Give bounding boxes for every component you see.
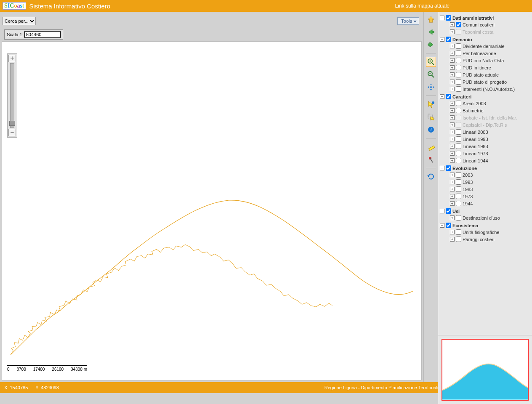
layer-group-checkbox[interactable] (446, 37, 451, 42)
expand-icon[interactable]: + (450, 151, 455, 156)
layer-group[interactable]: − Demanio (440, 36, 530, 43)
layer-item[interactable]: + Lineari 1993 (450, 136, 530, 143)
layer-item[interactable]: + Interventi (N.O./Autorizz.) (450, 85, 530, 93)
ruler-icon[interactable] (426, 142, 436, 152)
layer-checkbox[interactable] (456, 229, 461, 235)
expand-icon[interactable]: + (450, 72, 455, 77)
layer-checkbox[interactable] (456, 72, 461, 77)
layer-item[interactable]: + Batimetrie (450, 107, 530, 114)
layer-group-checkbox[interactable] (446, 94, 451, 99)
layer-checkbox[interactable] (456, 86, 461, 92)
collapse-icon[interactable]: − (440, 166, 444, 170)
expand-icon[interactable]: + (450, 115, 455, 120)
layer-checkbox[interactable] (456, 201, 461, 206)
layer-checkbox[interactable] (456, 101, 461, 106)
select-box-icon[interactable] (426, 112, 436, 122)
expand-icon[interactable]: + (450, 130, 455, 134)
expand-icon[interactable]: + (450, 87, 455, 91)
expand-icon[interactable]: + (450, 44, 455, 48)
layer-group[interactable]: − Ecosistema (440, 222, 530, 229)
expand-icon[interactable]: + (450, 158, 455, 163)
expand-icon[interactable]: + (450, 180, 455, 184)
expand-icon[interactable]: + (450, 144, 455, 149)
layer-checkbox[interactable] (456, 172, 461, 178)
search-select[interactable]: Cerca per... (3, 17, 36, 25)
layer-group-checkbox[interactable] (446, 165, 451, 171)
collapse-icon[interactable]: − (440, 37, 444, 42)
zoom-out-button[interactable]: − (8, 129, 16, 136)
layer-group[interactable]: − Usi (440, 208, 530, 214)
zoom-track[interactable] (10, 63, 14, 128)
overview-extent[interactable] (442, 339, 529, 401)
layer-item[interactable]: + 2003 (450, 171, 530, 178)
expand-icon[interactable]: + (450, 187, 455, 191)
layer-item[interactable]: + PUD con Nulla Osta (450, 57, 530, 64)
collapse-icon[interactable]: − (440, 223, 444, 228)
expand-icon[interactable]: + (450, 215, 455, 220)
scale-input[interactable] (24, 31, 61, 38)
collapse-icon[interactable]: − (440, 16, 444, 20)
layer-checkbox[interactable] (456, 50, 461, 56)
zoom-in-icon[interactable] (426, 57, 436, 67)
layer-item[interactable]: + Lineari 1983 (450, 143, 530, 150)
layer-group[interactable]: − Dati amministrativi (440, 15, 530, 21)
layer-checkbox[interactable] (456, 22, 461, 27)
arrow-left-icon[interactable] (426, 27, 436, 37)
expand-icon[interactable]: + (450, 122, 455, 127)
layer-checkbox[interactable] (456, 65, 461, 70)
collapse-icon[interactable]: − (440, 209, 444, 213)
layer-checkbox[interactable] (456, 179, 461, 185)
expand-icon[interactable]: + (450, 201, 455, 206)
layer-item[interactable]: + PUD stato attuale (450, 71, 530, 78)
layer-group-checkbox[interactable] (446, 15, 451, 21)
arrow-right-icon[interactable] (426, 40, 436, 50)
permalink-link[interactable]: Link sulla mappa attuale (395, 3, 450, 9)
layer-checkbox[interactable] (456, 43, 461, 49)
layer-checkbox[interactable] (456, 237, 461, 242)
layer-item[interactable]: + Per balneazione (450, 50, 530, 57)
layer-group[interactable]: − Evoluzione (440, 165, 530, 171)
expand-icon[interactable]: + (450, 101, 455, 106)
layer-checkbox[interactable] (456, 29, 461, 35)
zoom-handle[interactable] (9, 121, 15, 126)
expand-icon[interactable]: + (450, 194, 455, 199)
layer-checkbox[interactable] (456, 158, 461, 163)
layer-item[interactable]: + Isobate - Ist. Idr. della Mar. (450, 114, 530, 121)
zoom-out-icon[interactable] (426, 69, 436, 80)
layer-checkbox[interactable] (456, 151, 461, 156)
info-icon[interactable]: i (426, 125, 436, 135)
layer-item[interactable]: + Lineari 1973 (450, 150, 530, 157)
tools-dropdown[interactable]: Tools (397, 17, 419, 25)
layer-checkbox[interactable] (456, 215, 461, 221)
layer-item[interactable]: + 1983 (450, 186, 530, 193)
expand-icon[interactable]: + (450, 108, 455, 113)
layer-group[interactable]: − Caratteri (440, 93, 530, 100)
layer-checkbox[interactable] (456, 129, 461, 135)
layer-checkbox[interactable] (456, 108, 461, 113)
layer-checkbox[interactable] (456, 58, 461, 63)
layer-checkbox[interactable] (456, 115, 461, 120)
layer-item[interactable]: + PUD in itinere (450, 64, 530, 71)
layer-group-checkbox[interactable] (446, 208, 451, 214)
home-icon[interactable] (426, 14, 436, 24)
pan-icon[interactable] (426, 82, 436, 92)
layer-item[interactable]: + Paraggi costieri (450, 236, 530, 243)
layer-group-checkbox[interactable] (446, 223, 451, 228)
layer-item[interactable]: + Unità fisiografiche (450, 229, 530, 236)
refresh-icon[interactable] (426, 172, 436, 182)
layer-item[interactable]: + 1993 (450, 178, 530, 186)
layer-item[interactable]: + Comuni costieri (450, 21, 530, 28)
layer-item[interactable]: + Capisaldi - Dip.Te.Ris (450, 121, 530, 128)
expand-icon[interactable]: + (450, 22, 455, 27)
layer-item[interactable]: + Areali 2003 (450, 100, 530, 107)
zoom-slider[interactable]: + − (7, 53, 17, 138)
zoom-in-button[interactable]: + (8, 55, 16, 62)
layer-item[interactable]: + Toponimi costa (450, 28, 530, 35)
expand-icon[interactable]: + (450, 51, 455, 56)
layer-item[interactable]: + 1973 (450, 193, 530, 200)
layer-checkbox[interactable] (456, 136, 461, 142)
expand-icon[interactable]: + (450, 230, 455, 234)
expand-icon[interactable]: + (450, 173, 455, 177)
layer-checkbox[interactable] (456, 79, 461, 85)
layer-checkbox[interactable] (456, 144, 461, 149)
